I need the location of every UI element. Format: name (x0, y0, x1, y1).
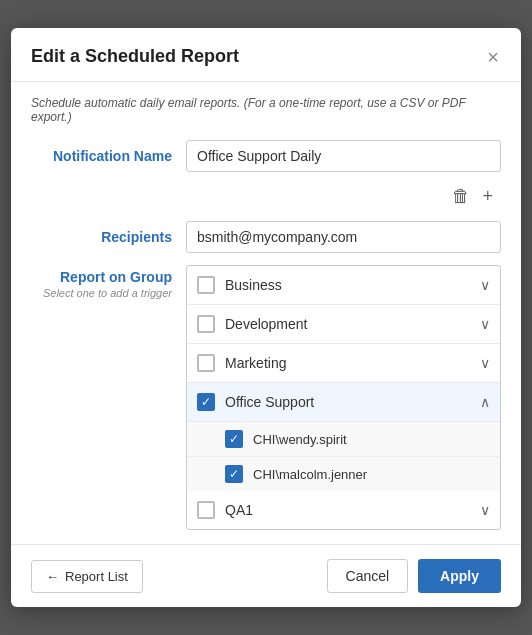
notification-name-label: Notification Name (31, 148, 186, 164)
group-checkbox[interactable] (197, 393, 215, 411)
group-checkbox[interactable] (197, 354, 215, 372)
group-item[interactable]: Office Support∧ (187, 383, 500, 422)
modal-header: Edit a Scheduled Report × (11, 28, 521, 82)
recipients-input[interactable] (186, 221, 501, 253)
sub-item[interactable]: CHI\wendy.spirit (187, 422, 500, 457)
recipients-row: Recipients (31, 221, 501, 253)
delete-button[interactable]: 🗑 (446, 184, 476, 209)
sub-item[interactable]: CHI\malcolm.jenner (187, 457, 500, 491)
sub-items-container: CHI\wendy.spiritCHI\malcolm.jenner (187, 422, 500, 491)
report-group-sublabel: Select one to add a trigger (31, 287, 172, 299)
sub-item-name: CHI\malcolm.jenner (253, 467, 367, 482)
report-label-col: Report on Group Select one to add a trig… (31, 265, 186, 530)
group-list-container[interactable]: Business∨Development∨Marketing∨Office Su… (186, 265, 501, 530)
back-arrow-icon: ← (46, 569, 59, 584)
report-list-label: Report List (65, 569, 128, 584)
modal-overlay: Edit a Scheduled Report × Schedule autom… (0, 0, 532, 635)
sub-item-checkbox[interactable] (225, 465, 243, 483)
cancel-button[interactable]: Cancel (327, 559, 409, 593)
group-name: Marketing (225, 355, 480, 371)
notification-name-input[interactable] (186, 140, 501, 172)
report-group-label: Report on Group (31, 269, 172, 285)
group-name: Business (225, 277, 480, 293)
group-checkbox[interactable] (197, 315, 215, 333)
sub-item-checkbox[interactable] (225, 430, 243, 448)
group-item[interactable]: Marketing∨ (187, 344, 500, 383)
footer-right: Cancel Apply (327, 559, 501, 593)
recipients-label: Recipients (31, 229, 186, 245)
group-item[interactable]: Development∨ (187, 305, 500, 344)
group-name: QA1 (225, 502, 480, 518)
report-on-group-section: Report on Group Select one to add a trig… (31, 265, 501, 530)
chevron-down-icon: ∨ (480, 502, 490, 518)
group-checkbox[interactable] (197, 501, 215, 519)
add-button[interactable]: + (476, 184, 499, 209)
group-item[interactable]: Business∨ (187, 266, 500, 305)
close-button[interactable]: × (485, 47, 501, 67)
group-name: Development (225, 316, 480, 332)
group-checkbox[interactable] (197, 276, 215, 294)
chevron-down-icon: ∨ (480, 316, 490, 332)
modal-body: Schedule automatic daily email reports. … (11, 82, 521, 544)
chevron-down-icon: ∨ (480, 355, 490, 371)
chevron-up-icon: ∧ (480, 394, 490, 410)
notification-name-row: Notification Name (31, 140, 501, 172)
group-name: Office Support (225, 394, 480, 410)
modal-footer: ← Report List Cancel Apply (11, 544, 521, 607)
chevron-down-icon: ∨ (480, 277, 490, 293)
sub-item-name: CHI\wendy.spirit (253, 432, 347, 447)
report-list-button[interactable]: ← Report List (31, 560, 143, 593)
icon-row: 🗑 + (31, 184, 501, 209)
modal-title: Edit a Scheduled Report (31, 46, 239, 67)
modal: Edit a Scheduled Report × Schedule autom… (11, 28, 521, 607)
apply-button[interactable]: Apply (418, 559, 501, 593)
group-item[interactable]: QA1∨ (187, 491, 500, 529)
description-text: Schedule automatic daily email reports. … (31, 96, 501, 124)
